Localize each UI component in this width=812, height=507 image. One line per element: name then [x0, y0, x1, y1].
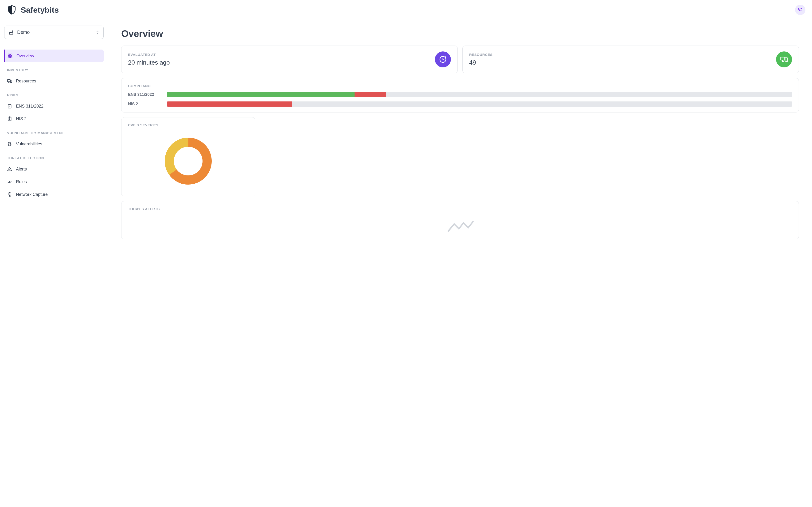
svg-rect-0: [8, 54, 10, 55]
card-title: CVE'S SEVERITY: [128, 123, 248, 127]
chevrons-up-down-icon: [96, 30, 99, 35]
clipboard-icon: [7, 104, 12, 109]
devices-icon: [7, 78, 12, 83]
stat-label: RESOURCES: [469, 53, 493, 57]
user-avatar[interactable]: VJ: [795, 5, 805, 15]
page-title: Overview: [121, 29, 799, 39]
section-risks: RISKS: [4, 88, 104, 100]
section-threat: THREAT DETECTION: [4, 150, 104, 163]
compliance-row: ENS 311/2022: [128, 92, 792, 97]
clipboard-icon: [7, 116, 12, 121]
nav-label: NIS 2: [16, 116, 26, 121]
nav-nis2[interactable]: NIS 2: [4, 112, 104, 125]
nav-label: Alerts: [16, 167, 27, 172]
clock-icon: [435, 51, 451, 67]
svg-point-16: [786, 61, 787, 61]
section-inventory: INVENTORY: [4, 62, 104, 75]
nav-label: ENS 311/2022: [16, 104, 44, 109]
nav-label: Overview: [16, 54, 34, 58]
app-header: Safetybits VJ: [0, 0, 812, 20]
compliance-row: NIS 2: [128, 102, 792, 107]
bug-icon: [7, 142, 12, 147]
brand-name: Safetybits: [21, 5, 59, 14]
compliance-name: NIS 2: [128, 102, 161, 106]
stat-value: 20 minutes ago: [128, 59, 170, 66]
nav-network-capture[interactable]: Network Capture: [4, 188, 104, 201]
todays-alerts-card: TODAY'S ALERTS: [121, 201, 799, 239]
compliance-bar: [167, 92, 792, 97]
svg-rect-1: [11, 54, 12, 55]
compliance-bar: [167, 102, 792, 107]
evaluated-at-card: EVALUATED AT 20 minutes ago: [121, 46, 458, 73]
compliance-name: ENS 311/2022: [128, 92, 161, 97]
main-content: Overview EVALUATED AT 20 minutes ago RES…: [108, 20, 812, 248]
svg-rect-14: [781, 57, 785, 60]
sidebar: Demo Overview INVENTORY Resources RISKS: [0, 20, 108, 248]
stat-label: EVALUATED AT: [128, 53, 170, 57]
svg-rect-2: [8, 56, 10, 58]
nav-label: Rules: [16, 179, 27, 184]
card-title: TODAY'S ALERTS: [128, 207, 792, 211]
devices-icon: [776, 51, 792, 67]
globe-icon: [7, 192, 12, 197]
warning-icon: [7, 167, 12, 172]
svg-rect-4: [7, 79, 10, 82]
nav-vulnerabilities[interactable]: Vulnerabilities: [4, 137, 104, 150]
nav-resources[interactable]: Resources: [4, 75, 104, 88]
nav-label: Resources: [16, 79, 36, 83]
resources-card: RESOURCES 49: [463, 46, 799, 73]
bar-pass: [167, 92, 355, 97]
checkmarks-icon: [7, 179, 12, 184]
svg-point-11: [8, 143, 11, 145]
nav-label: Network Capture: [16, 192, 48, 197]
section-vuln: VULNERABILITY MANAGEMENT: [4, 125, 104, 137]
svg-rect-3: [11, 56, 12, 58]
nav-ens[interactable]: ENS 311/2022: [4, 100, 104, 112]
nav-alerts[interactable]: Alerts: [4, 163, 104, 175]
nav-overview[interactable]: Overview: [4, 50, 104, 62]
nav-rules[interactable]: Rules: [4, 175, 104, 188]
nav-label: Vulnerabilities: [16, 142, 42, 147]
card-title: COMPLIANCE: [128, 84, 792, 88]
stat-value: 49: [469, 59, 493, 66]
bar-fail: [167, 102, 292, 107]
cve-severity-card: CVE'S SEVERITY: [121, 117, 255, 196]
severity-donut-chart: [161, 134, 215, 188]
compliance-card: COMPLIANCE ENS 311/2022 NIS 2: [121, 78, 799, 112]
svg-point-6: [11, 82, 11, 82]
empty-state-icon: [128, 213, 792, 233]
workspace-selector[interactable]: Demo: [4, 25, 104, 39]
shield-icon: [7, 5, 17, 15]
avatar-initials: VJ: [798, 8, 803, 12]
bar-fail: [355, 92, 386, 97]
workspace-name: Demo: [17, 30, 93, 35]
brand[interactable]: Safetybits: [7, 5, 59, 15]
factory-icon: [9, 30, 14, 35]
dashboard-icon: [7, 53, 13, 58]
